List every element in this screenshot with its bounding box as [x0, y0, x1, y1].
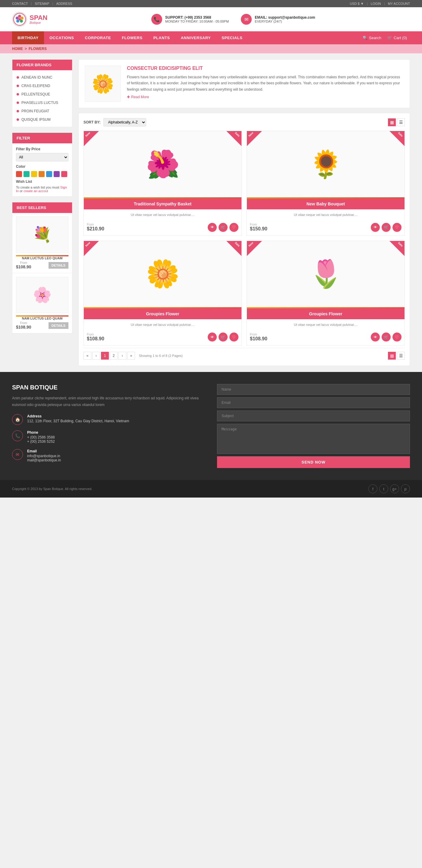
- footer-name-input[interactable]: [217, 384, 410, 395]
- address-link[interactable]: ADDRESS: [56, 2, 72, 5]
- cart-label: Cart (0): [394, 35, 407, 40]
- cart-btn-2[interactable]: 🛒: [219, 333, 228, 342]
- view-btn-0[interactable]: 👁: [208, 223, 217, 232]
- new-ribbon-0: [84, 131, 99, 146]
- bestsellers-title: BEST SELLERS: [12, 203, 72, 213]
- cart-btn-1[interactable]: 🛒: [382, 223, 391, 232]
- nav-plants[interactable]: PLANTS: [148, 31, 175, 44]
- grid-view-icon-bottom[interactable]: ▦: [388, 352, 396, 360]
- pinterest-icon[interactable]: p: [401, 484, 410, 493]
- footer-brand: SPAN BOTIQUE: [12, 384, 205, 391]
- logo[interactable]: SPAN Botique: [12, 12, 48, 27]
- pagination-bar: « ‹ 1 2 › » Showing 1 to 6 of 8 (2 Pages…: [84, 348, 405, 361]
- nav-anniversary[interactable]: ANNIVERSARY: [175, 31, 217, 44]
- bestseller-price-row-0: From $108.90 DETAILS: [16, 261, 68, 269]
- cart-btn-3[interactable]: 🛒: [382, 333, 391, 342]
- new-ribbon-3: [247, 241, 262, 256]
- footer-message-textarea[interactable]: [217, 424, 410, 454]
- top-bar-right: USD $ ▼ | LOGIN | MY ACCOUNT: [350, 2, 410, 5]
- brand-item-1[interactable]: CRAS ELEIFEND: [12, 82, 72, 90]
- view-btn-3[interactable]: 👁: [371, 333, 380, 342]
- page-last[interactable]: »: [127, 352, 135, 360]
- googleplus-icon[interactable]: g+: [390, 484, 399, 493]
- color-purple[interactable]: [54, 171, 60, 177]
- page-2[interactable]: 2: [110, 352, 117, 360]
- color-red[interactable]: [16, 171, 22, 177]
- flower-icon-0: 💐: [33, 226, 52, 243]
- page-first[interactable]: «: [84, 352, 91, 360]
- list-view-icon[interactable]: ☰: [397, 118, 405, 126]
- price-amount-3: $108.90: [250, 336, 268, 342]
- footer-phone-text: Phone + (00) 2586 3588 + (00) 2536 5252: [27, 430, 55, 444]
- breadcrumb-home[interactable]: HOME: [12, 47, 23, 51]
- sep2: |: [52, 2, 53, 5]
- color-teal[interactable]: [24, 171, 30, 177]
- email-info: EMAIL: support@spanbotique.com EVERYDAY …: [255, 16, 315, 23]
- footer-right: SEND NOW: [217, 384, 410, 468]
- login-link[interactable]: LOGIN: [371, 2, 381, 5]
- currency-selector[interactable]: USD $ ▼: [350, 2, 364, 5]
- bestseller-details-btn-1[interactable]: DETAILS: [49, 322, 68, 329]
- sitemap-link[interactable]: SITEMAP: [35, 2, 49, 5]
- brand-item-5[interactable]: QUISQUE IPSUM: [12, 115, 72, 124]
- page-1[interactable]: 1: [101, 352, 109, 360]
- nav-occations[interactable]: OCCATIONS: [44, 31, 80, 44]
- brand-item-0[interactable]: AENEAN ID NUNC: [12, 73, 72, 82]
- view-btn-2[interactable]: 👁: [208, 333, 217, 342]
- facebook-icon[interactable]: f: [368, 484, 377, 493]
- nav-cart[interactable]: 🛒 Cart (0): [384, 31, 410, 44]
- intro-body: Flowers have two unique peculiarities be…: [127, 74, 403, 92]
- product-info-1: New Baby Bouquet: [247, 198, 404, 209]
- product-flower-0: 🌺: [146, 149, 180, 180]
- footer-email-input[interactable]: [217, 397, 410, 408]
- price-block-2: From $108.90: [87, 333, 104, 342]
- logo-text: SPAN Botique: [30, 14, 48, 24]
- wish-btn-3[interactable]: ♡: [392, 333, 401, 342]
- color-pink[interactable]: [61, 171, 67, 177]
- color-blue[interactable]: [46, 171, 52, 177]
- page-prev[interactable]: ‹: [92, 352, 100, 360]
- nav-flowers[interactable]: FLOWERS: [116, 31, 148, 44]
- dot-icon: [17, 110, 19, 112]
- sort-select[interactable]: Alphabetically, A-Z: [103, 118, 146, 126]
- color-orange[interactable]: [38, 171, 45, 177]
- main-layout: FLOWER BRANDS AENEAN ID NUNC CRAS ELEIFE…: [0, 53, 422, 372]
- footer-desc: Anim pariatur cliche reprehenderit, enim…: [12, 395, 205, 408]
- filter-price-select[interactable]: All: [16, 153, 68, 161]
- nav-search[interactable]: 🔍 Search: [360, 31, 384, 44]
- brand-item-4[interactable]: PROIN FEUGIAT: [12, 107, 72, 115]
- bestseller-price-1: $108.90: [16, 325, 31, 330]
- price-amount-0: $210.90: [87, 226, 104, 231]
- wish-btn-1[interactable]: ♡: [392, 223, 401, 232]
- price-block-3: From $108.90: [250, 333, 268, 342]
- product-price-row-0: From $210.90 👁 🛒 ♡: [84, 220, 242, 236]
- grid-view-icon[interactable]: ▦: [388, 118, 396, 126]
- nav-birthday[interactable]: BIRTHDAY: [12, 31, 44, 44]
- bestseller-price-0: $108.90: [16, 265, 31, 269]
- bestseller-item-0: 💐 NAM LUCTUS LEO QUAM From $108.90 DETAI…: [12, 213, 72, 273]
- color-yellow[interactable]: [31, 171, 37, 177]
- send-now-button[interactable]: SEND NOW: [217, 456, 410, 468]
- new-ribbon-1: [247, 131, 262, 146]
- page-next[interactable]: ›: [118, 352, 126, 360]
- product-name-1: New Baby Bouquet: [250, 202, 401, 206]
- search-icon: 🔍: [363, 35, 367, 40]
- breadcrumb-sep: >: [25, 47, 27, 51]
- create-account-link[interactable]: create an accout: [24, 189, 48, 193]
- footer-subject-input[interactable]: [217, 410, 410, 421]
- twitter-icon[interactable]: t: [379, 484, 388, 493]
- nav-specials[interactable]: SPECIALS: [216, 31, 248, 44]
- list-view-icon-bottom[interactable]: ☰: [397, 352, 405, 360]
- wish-btn-2[interactable]: ♡: [229, 333, 238, 342]
- read-more-link[interactable]: ✚ Read More: [127, 95, 149, 99]
- brand-item-3[interactable]: PHASELLUS LUCTUS: [12, 98, 72, 107]
- view-btn-1[interactable]: 👁: [371, 223, 380, 232]
- wish-btn-0[interactable]: ♡: [229, 223, 238, 232]
- myaccount-link[interactable]: MY ACCOUNT: [388, 2, 410, 5]
- cart-btn-0[interactable]: 🛒: [219, 223, 228, 232]
- bestseller-details-btn-0[interactable]: DETAILS: [49, 262, 68, 269]
- contact-link[interactable]: CONTACT: [12, 2, 28, 5]
- intro-box: 🌼 CONSECTUR EDICISIPTING ELIT Flowers ha…: [78, 59, 410, 108]
- nav-corporate[interactable]: CORPORATE: [80, 31, 117, 44]
- brand-item-2[interactable]: PELLENTESQUE: [12, 90, 72, 98]
